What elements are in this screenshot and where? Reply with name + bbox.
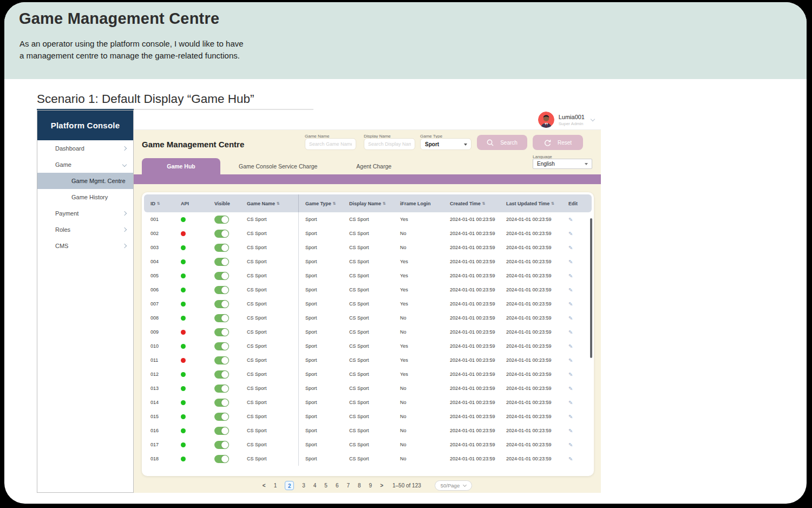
table-row: 005CS SportSportCS SportYes2024-01-01 00… bbox=[144, 269, 592, 283]
visible-toggle[interactable] bbox=[214, 216, 229, 224]
cell-display-name: CS Sport bbox=[343, 372, 394, 377]
display-name-input[interactable] bbox=[364, 138, 415, 150]
cell-display-name: CS Sport bbox=[343, 245, 394, 250]
visible-toggle[interactable] bbox=[214, 300, 229, 308]
user-profile[interactable]: Lumia001 Super Admin bbox=[538, 112, 594, 128]
api-status-dot-green bbox=[181, 428, 186, 433]
cell-edit: ✎ bbox=[562, 301, 592, 307]
prev-page-icon[interactable]: < bbox=[263, 483, 266, 489]
page-button-3[interactable]: 3 bbox=[302, 483, 305, 489]
visible-toggle[interactable] bbox=[214, 441, 229, 449]
cell-last-updated-time: 2024-01-01 00:23:59 bbox=[500, 273, 562, 278]
column-header-last-updated-time[interactable]: Last Updated Time⇅ bbox=[500, 201, 562, 206]
edit-icon[interactable]: ✎ bbox=[568, 372, 573, 377]
cell-visible bbox=[208, 385, 240, 393]
sort-icon[interactable]: ⇅ bbox=[333, 201, 336, 206]
visible-toggle[interactable] bbox=[214, 286, 229, 294]
page-button-2[interactable]: 2 bbox=[285, 481, 294, 490]
sidebar-item-payment[interactable]: Payment bbox=[37, 205, 133, 222]
sidebar-item-cms[interactable]: CMS bbox=[37, 238, 133, 254]
sort-icon[interactable]: ⇅ bbox=[383, 201, 386, 206]
api-status-dot-green bbox=[181, 344, 186, 349]
edit-icon[interactable]: ✎ bbox=[568, 357, 573, 363]
visible-toggle[interactable] bbox=[214, 230, 229, 238]
edit-icon[interactable]: ✎ bbox=[568, 301, 573, 307]
sort-icon[interactable]: ⇅ bbox=[277, 201, 280, 206]
visible-toggle[interactable] bbox=[214, 399, 229, 407]
tab-accent-bar bbox=[134, 174, 601, 184]
page-button-5[interactable]: 5 bbox=[324, 483, 328, 489]
reset-button[interactable]: Reset bbox=[533, 135, 583, 150]
edit-icon[interactable]: ✎ bbox=[568, 343, 573, 349]
api-status-dot-green bbox=[181, 372, 186, 377]
visible-toggle[interactable] bbox=[214, 244, 229, 252]
next-page-icon[interactable]: > bbox=[380, 483, 383, 489]
cell-api bbox=[174, 330, 208, 335]
sidebar-item-game-history[interactable]: Game History bbox=[37, 189, 133, 205]
sort-icon[interactable]: ⇅ bbox=[551, 201, 554, 206]
search-button[interactable]: Search bbox=[477, 135, 527, 150]
visible-toggle[interactable] bbox=[214, 385, 229, 393]
column-header-id[interactable]: ID⇅ bbox=[144, 201, 174, 206]
reset-button-label: Reset bbox=[558, 140, 572, 146]
cell-edit: ✎ bbox=[562, 245, 592, 251]
visible-toggle[interactable] bbox=[214, 413, 229, 421]
page-button-1[interactable]: 1 bbox=[274, 483, 277, 489]
visible-toggle[interactable] bbox=[214, 370, 229, 379]
table-row: 009CS SportSportCS SportNo2024-01-01 00:… bbox=[144, 325, 592, 339]
column-header-game-type[interactable]: Game Type⇅ bbox=[298, 194, 343, 212]
edit-icon[interactable]: ✎ bbox=[568, 456, 573, 462]
cell-iframe-login: Yes bbox=[394, 301, 443, 307]
chevron-down-icon[interactable] bbox=[591, 116, 595, 121]
visible-toggle[interactable] bbox=[214, 258, 229, 266]
scrollbar-thumb[interactable] bbox=[590, 218, 592, 358]
visible-toggle[interactable] bbox=[214, 328, 229, 336]
edit-icon[interactable]: ✎ bbox=[568, 259, 573, 265]
sort-icon[interactable]: ⇅ bbox=[157, 201, 160, 206]
page-button-7[interactable]: 7 bbox=[346, 483, 350, 489]
visible-toggle[interactable] bbox=[214, 314, 229, 322]
visible-toggle[interactable] bbox=[214, 427, 229, 435]
tab-agent-charge[interactable]: Agent Charge bbox=[344, 158, 403, 174]
edit-icon[interactable]: ✎ bbox=[568, 386, 573, 392]
edit-icon[interactable]: ✎ bbox=[568, 273, 573, 279]
sidebar-item-dashboard[interactable]: Dashboard bbox=[37, 140, 133, 157]
page-button-8[interactable]: 8 bbox=[358, 483, 361, 489]
game-type-select[interactable]: Sport bbox=[420, 138, 472, 150]
edit-icon[interactable]: ✎ bbox=[568, 231, 573, 237]
page-button-6[interactable]: 6 bbox=[336, 483, 339, 489]
column-header-created-time[interactable]: Created Time⇅ bbox=[443, 201, 500, 206]
edit-icon[interactable]: ✎ bbox=[568, 400, 573, 406]
sidebar-item-game-mgmt-centre[interactable]: Game Mgmt. Centre bbox=[37, 173, 133, 189]
tab-game-console-service-charge[interactable]: Game Console Service Charge bbox=[227, 158, 329, 174]
visible-toggle[interactable] bbox=[214, 455, 229, 463]
tab-game-hub[interactable]: Game Hub bbox=[142, 158, 220, 174]
avatar[interactable] bbox=[538, 112, 554, 128]
edit-icon[interactable]: ✎ bbox=[568, 315, 573, 321]
edit-icon[interactable]: ✎ bbox=[568, 329, 573, 335]
visible-toggle[interactable] bbox=[214, 356, 229, 364]
cell-id: 011 bbox=[144, 357, 174, 363]
edit-icon[interactable]: ✎ bbox=[568, 428, 573, 434]
page-button-4[interactable]: 4 bbox=[313, 483, 317, 489]
edit-icon[interactable]: ✎ bbox=[568, 245, 573, 251]
visible-toggle[interactable] bbox=[214, 272, 229, 280]
toggle-knob bbox=[221, 216, 228, 223]
column-header-display-name[interactable]: Display Name⇅ bbox=[343, 201, 394, 206]
visible-toggle[interactable] bbox=[214, 342, 229, 350]
edit-icon[interactable]: ✎ bbox=[568, 442, 573, 448]
sidebar-item-game[interactable]: Game bbox=[37, 157, 133, 173]
column-header-game-name[interactable]: Game Name⇅ bbox=[240, 201, 298, 206]
game-name-input[interactable] bbox=[305, 138, 356, 150]
sidebar-item-roles[interactable]: Roles bbox=[37, 222, 133, 238]
edit-icon[interactable]: ✎ bbox=[568, 287, 573, 293]
edit-icon[interactable]: ✎ bbox=[568, 414, 573, 420]
page-button-9[interactable]: 9 bbox=[369, 483, 372, 489]
cell-visible bbox=[208, 356, 240, 364]
page-size-select[interactable]: 50/Page bbox=[435, 480, 472, 491]
chevron-down-icon bbox=[463, 483, 467, 486]
sort-icon[interactable]: ⇅ bbox=[482, 201, 486, 206]
api-status-dot-red bbox=[181, 358, 186, 363]
toggle-knob bbox=[221, 427, 228, 434]
edit-icon[interactable]: ✎ bbox=[568, 217, 573, 223]
